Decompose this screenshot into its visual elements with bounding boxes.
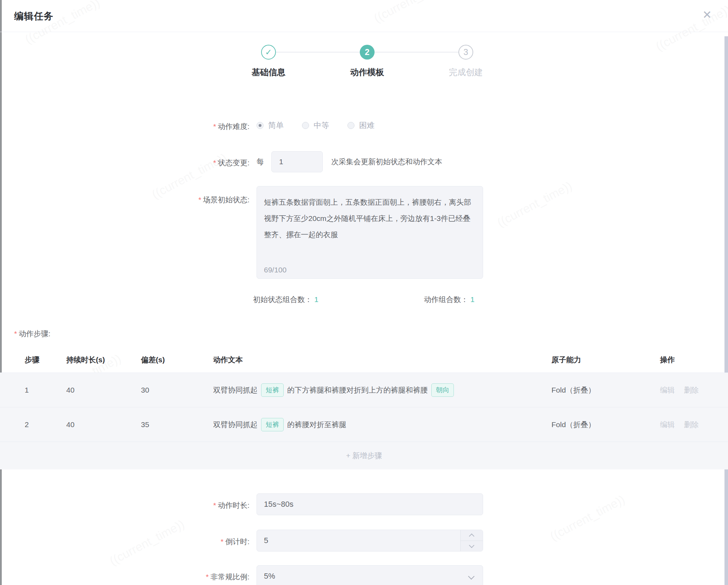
char-counter: 69/100 [264,266,286,274]
required-asterisk: * [213,501,216,509]
state-change-suffix: 次采集会更新初始状态和动作文本 [331,157,442,167]
countdown-label: *倒计时: [165,537,249,547]
step-number: 2 [360,45,375,60]
table-row: 2 40 35 双臂协同抓起 短裤 的裤腰对折至裤腿 Fold（折叠） 编辑 删… [0,407,728,442]
spinner-decrease-button[interactable] [461,541,483,552]
check-icon: ✓ [265,48,272,57]
action-combo-value: 1 [470,295,475,303]
vertical-scrollbar[interactable] [724,36,728,585]
cell-atomic-ability: Fold（折叠） [551,385,660,395]
radio-medium[interactable]: 中等 [302,120,329,131]
table-header-row: 步骤 持续时长(s) 偏差(s) 动作文本 原子能力 操作 [0,347,728,373]
cell-deviation: 35 [141,420,213,429]
action-text-part: 双臂协同抓起 [213,420,258,430]
initial-combo-value: 1 [314,295,319,303]
close-icon[interactable]: ✕ [702,9,712,20]
initial-state-textarea[interactable]: 短裤五条数据背面朝上，五条数据正面朝上，裤腰朝右，离头部视野下方至少20cm之外… [264,194,476,261]
spinner-increase-button[interactable] [461,530,483,541]
chevron-down-icon [468,573,474,579]
cell-operations: 编辑 删除 [660,420,728,430]
radio-label: 困难 [359,120,375,131]
stepper: ✓ 基础信息 2 动作模板 3 完成创建 [261,45,473,60]
delete-link[interactable]: 删除 [684,385,699,395]
edit-link[interactable]: 编辑 [660,420,675,430]
countdown-field [257,530,483,552]
dialog-header: 编辑任务 ✕ [0,0,728,32]
radio-simple[interactable]: 简单 [257,120,284,131]
step-label: 完成创建 [449,67,483,78]
unusual-ratio-label: *非常规比例: [165,572,249,582]
required-asterisk: * [213,122,216,130]
state-change-row: 每 次采集会更新初始状态和动作文本 [257,151,442,172]
col-header-action-text: 动作文本 [213,355,551,365]
object-tag[interactable]: 短裤 [261,418,284,431]
number-spinner [460,530,483,551]
radio-label: 中等 [314,120,329,131]
required-asterisk: * [221,537,223,546]
step-label: 基础信息 [252,67,285,78]
step-basic-info[interactable]: ✓ 基础信息 [261,45,276,60]
radio-circle-icon [302,122,309,129]
cell-operations: 编辑 删除 [660,385,728,395]
action-steps-label: *动作步骤: [14,329,50,339]
step-complete-creation[interactable]: 3 完成创建 [458,45,473,60]
cell-duration: 40 [66,420,141,429]
cell-duration: 40 [66,386,141,394]
radio-circle-icon [347,122,354,129]
col-header-operations: 操作 [660,355,728,365]
watermark-text: ((current_time)) [495,179,574,229]
radio-circle-icon [257,122,264,129]
initial-state-label: *场景初始状态: [165,195,249,205]
step-number: 3 [458,45,473,60]
object-tag[interactable]: 短裤 [261,383,284,397]
action-text-part: 双臂协同抓起 [213,385,258,395]
state-change-input[interactable] [271,151,323,172]
step-action-template[interactable]: 2 动作模板 [360,45,375,60]
radio-label: 简单 [268,120,284,131]
col-header-step: 步骤 [25,355,66,365]
cell-step: 2 [25,420,66,429]
step-connector [375,52,458,53]
cell-action-text: 双臂协同抓起 短裤 的下方裤腿和裤腰对折到上方的裤腿和裤腰 朝向 [213,383,551,397]
initial-state-textarea-wrap: 短裤五条数据背面朝上，五条数据正面朝上，裤腰朝右，离头部视野下方至少20cm之外… [257,186,483,279]
required-asterisk: * [14,330,17,338]
action-combo-count: 动作组合数：1 [424,295,475,304]
required-asterisk: * [213,159,216,167]
difficulty-label: *动作难度: [165,122,249,131]
col-header-duration: 持续时长(s) [66,355,141,365]
edit-task-dialog: ((current_time)) ((current_time)) ((curr… [0,0,728,585]
step-connector [276,52,360,53]
watermark-text: ((current_time)) [548,492,627,543]
required-asterisk: * [206,573,209,581]
state-change-label: *状态变更: [165,158,249,168]
radio-hard[interactable]: 困难 [347,120,375,131]
state-change-prefix: 每 [257,157,264,167]
duration-field [257,493,483,515]
cell-deviation: 30 [141,386,213,394]
countdown-input[interactable] [264,536,405,545]
action-text-part: 的下方裤腿和裤腰对折到上方的裤腿和裤腰 [287,385,428,395]
table-row: 1 40 30 双臂协同抓起 短裤 的下方裤腿和裤腰对折到上方的裤腿和裤腰 朝向… [0,373,728,407]
orientation-tag[interactable]: 朝向 [431,383,454,397]
duration-input[interactable] [264,500,405,509]
cell-atomic-ability: Fold（折叠） [551,420,660,430]
cell-action-text: 双臂协同抓起 短裤 的裤腰对折至裤腿 [213,418,551,431]
col-header-deviation: 偏差(s) [141,355,213,365]
difficulty-radio-group: 简单 中等 困难 [257,118,375,133]
step-label: 动作模板 [350,67,384,78]
initial-combo-count: 初始状态组合数：1 [253,295,319,304]
chevron-down-icon [469,542,475,548]
action-steps-table: 步骤 持续时长(s) 偏差(s) 动作文本 原子能力 操作 1 40 30 双臂… [0,347,728,469]
add-step-button[interactable]: + 新增步骤 [0,442,728,469]
required-asterisk: * [198,196,201,204]
background-page-edge [0,0,2,585]
col-header-atomic-ability: 原子能力 [551,355,660,365]
delete-link[interactable]: 删除 [684,420,699,430]
cell-step: 1 [25,386,66,394]
chevron-up-icon [469,533,475,539]
unusual-ratio-select[interactable]: 5% [257,565,483,585]
select-value: 5% [264,572,275,581]
dialog-title: 编辑任务 [14,10,54,23]
edit-link[interactable]: 编辑 [660,385,675,395]
duration-label: *动作时长: [165,500,249,510]
